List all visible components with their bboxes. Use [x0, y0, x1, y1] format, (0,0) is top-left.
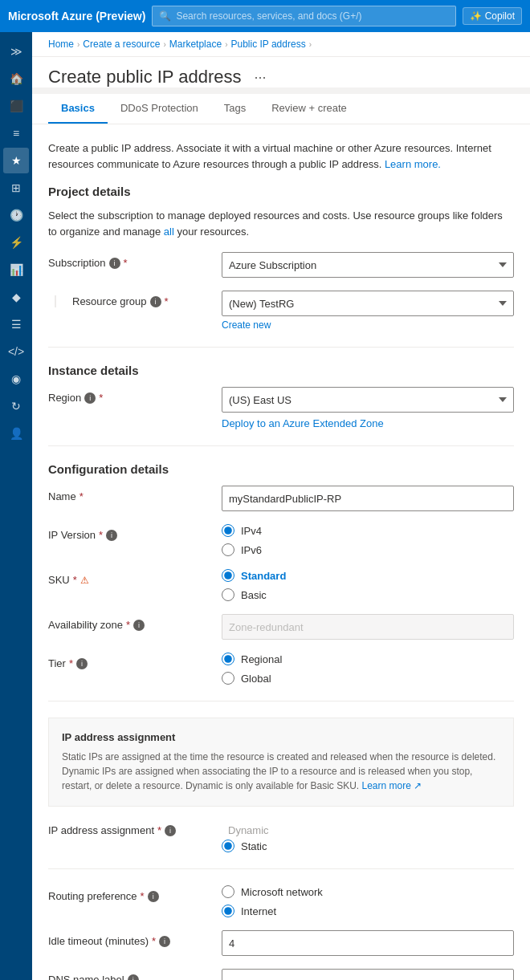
breadcrumb-public-ip[interactable]: Public IP address — [230, 39, 305, 50]
sidebar-item-lightning[interactable]: ⚡ — [3, 230, 29, 255]
breadcrumb-create-resource[interactable]: Create a resource — [83, 39, 160, 50]
breadcrumb-marketplace[interactable]: Marketplace — [169, 39, 222, 50]
global-radio[interactable] — [222, 672, 234, 685]
basic-option[interactable]: Basic — [222, 588, 514, 601]
all-link[interactable]: all — [164, 226, 174, 238]
search-input[interactable] — [176, 10, 448, 22]
breadcrumb-sep-1: › — [77, 40, 80, 49]
ipv4-radio[interactable] — [222, 524, 234, 537]
routing-info-icon[interactable]: i — [148, 891, 159, 902]
dns-name-input[interactable] — [222, 969, 514, 980]
ip-version-control: IPv4 IPv6 — [222, 524, 514, 556]
tab-basics[interactable]: Basics — [48, 94, 108, 124]
create-new-link[interactable]: Create new — [222, 319, 514, 331]
regional-radio[interactable] — [222, 653, 234, 665]
ipv6-option[interactable]: IPv6 — [222, 543, 514, 556]
region-select[interactable]: (US) East US — [222, 387, 514, 413]
sidebar-item-favorites[interactable]: ★ — [3, 148, 29, 173]
resource-group-info-icon[interactable]: i — [150, 296, 161, 307]
regional-label: Regional — [241, 653, 282, 665]
microsoft-network-option[interactable]: Microsoft network — [222, 885, 514, 898]
sidebar-item-activity[interactable]: ≡ — [3, 120, 29, 146]
page-menu-button[interactable]: ··· — [250, 67, 271, 87]
sidebar-item-refresh[interactable]: ↻ — [3, 393, 29, 419]
sidebar-item-resources[interactable]: ⊞ — [3, 175, 29, 201]
basic-radio[interactable] — [222, 588, 234, 601]
ipv4-option[interactable]: IPv4 — [222, 524, 514, 537]
tab-ddos[interactable]: DDoS Protection — [108, 94, 211, 124]
sku-radio-group: Standard Basic — [222, 569, 514, 601]
ip-version-info-icon[interactable]: i — [106, 530, 117, 541]
sidebar-item-monitor[interactable]: 📊 — [3, 257, 29, 283]
sidebar-item-dashboard[interactable]: ⬛ — [3, 93, 29, 119]
sidebar-item-user[interactable]: 👤 — [3, 421, 29, 446]
breadcrumb-home[interactable]: Home — [48, 39, 74, 50]
availability-zone-info-icon[interactable]: i — [133, 620, 145, 631]
divider-4 — [48, 868, 514, 869]
availability-zone-select[interactable]: Zone-redundant — [222, 614, 514, 640]
user-icon: 👤 — [10, 427, 23, 440]
sidebar-item-list[interactable]: ☰ — [3, 311, 29, 337]
sku-warning-icon: ⚠ — [80, 575, 89, 586]
ip-assignment-learn-more[interactable]: Learn more ↗ — [362, 780, 422, 791]
subscription-control: Azure Subscription — [222, 252, 514, 278]
sidebar-item-recent[interactable]: 🕐 — [3, 202, 29, 228]
standard-radio[interactable] — [222, 569, 234, 582]
static-option[interactable]: Static — [222, 840, 514, 852]
sidebar-item-code[interactable]: </> — [3, 339, 29, 364]
monitor-icon: 📊 — [10, 263, 23, 276]
ip-assignment-info-icon[interactable]: i — [165, 825, 176, 836]
tier-info-icon[interactable]: i — [76, 658, 88, 669]
microsoft-network-label: Microsoft network — [241, 886, 323, 898]
dns-name-info-icon[interactable]: i — [128, 974, 139, 981]
tier-radio-group: Regional Global — [222, 653, 514, 685]
basic-label: Basic — [241, 589, 267, 601]
regional-option[interactable]: Regional — [222, 653, 514, 665]
idle-timeout-input[interactable] — [222, 930, 514, 956]
subscription-select[interactable]: Azure Subscription — [222, 252, 514, 278]
tabs-bar: Basics DDoS Protection Tags Review + cre… — [32, 94, 530, 124]
divider-1 — [48, 347, 514, 348]
tab-tags[interactable]: Tags — [211, 94, 259, 124]
sidebar-item-diamond[interactable]: ◆ — [3, 284, 29, 310]
name-input[interactable] — [222, 486, 514, 511]
standard-option[interactable]: Standard — [222, 569, 514, 582]
sidebar-expand[interactable]: ≫ — [3, 39, 29, 64]
availability-zone-label: Availability zone * i — [48, 619, 209, 631]
idle-timeout-info-icon[interactable]: i — [159, 936, 170, 947]
azure-extended-zone-link[interactable]: Deploy to an Azure Extended Zone — [222, 417, 514, 429]
copilot-button[interactable]: ✨ Copilot — [463, 7, 522, 25]
internet-radio[interactable] — [222, 905, 234, 917]
region-control: (US) East US Deploy to an Azure Extended… — [222, 387, 514, 429]
ipv4-label: IPv4 — [241, 525, 262, 537]
star-icon: ★ — [11, 154, 22, 167]
global-option[interactable]: Global — [222, 672, 514, 685]
activity-icon: ≡ — [13, 127, 19, 140]
ipv6-radio[interactable] — [222, 543, 234, 556]
learn-more-link[interactable]: Learn more. — [385, 158, 441, 170]
ip-assignment-radio-group: Static — [222, 840, 514, 852]
resource-group-indent: Resource group i * — [55, 295, 209, 307]
subscription-label: Subscription i * — [48, 257, 209, 269]
sidebar-item-circle[interactable]: ◉ — [3, 366, 29, 392]
routing-row: Routing preference * i Microsoft network — [48, 885, 514, 917]
circle-icon: ◉ — [11, 372, 21, 385]
static-label: Static — [241, 840, 267, 852]
copilot-icon: ✨ — [470, 10, 482, 22]
tier-row: Tier * i Regional Global — [48, 653, 514, 685]
dns-name-row: DNS name label i .eastus.cloudapp.azure.… — [48, 969, 514, 980]
tab-review[interactable]: Review + create — [259, 94, 360, 124]
resource-group-select[interactable]: (New) TestRG — [222, 291, 514, 316]
microsoft-network-radio[interactable] — [222, 885, 234, 898]
sidebar-item-home[interactable]: 🏠 — [3, 66, 29, 91]
resource-group-control: (New) TestRG Create new — [222, 291, 514, 331]
availability-zone-control: Zone-redundant — [222, 614, 514, 640]
static-radio[interactable] — [222, 840, 234, 852]
subscription-info-icon[interactable]: i — [109, 258, 120, 269]
lightning-icon: ⚡ — [10, 236, 23, 249]
internet-option[interactable]: Internet — [222, 905, 514, 917]
divider-3 — [48, 701, 514, 701]
search-bar[interactable]: 🔍 — [152, 6, 455, 26]
region-info-icon[interactable]: i — [84, 392, 96, 404]
breadcrumb-sep-4: › — [309, 40, 312, 49]
